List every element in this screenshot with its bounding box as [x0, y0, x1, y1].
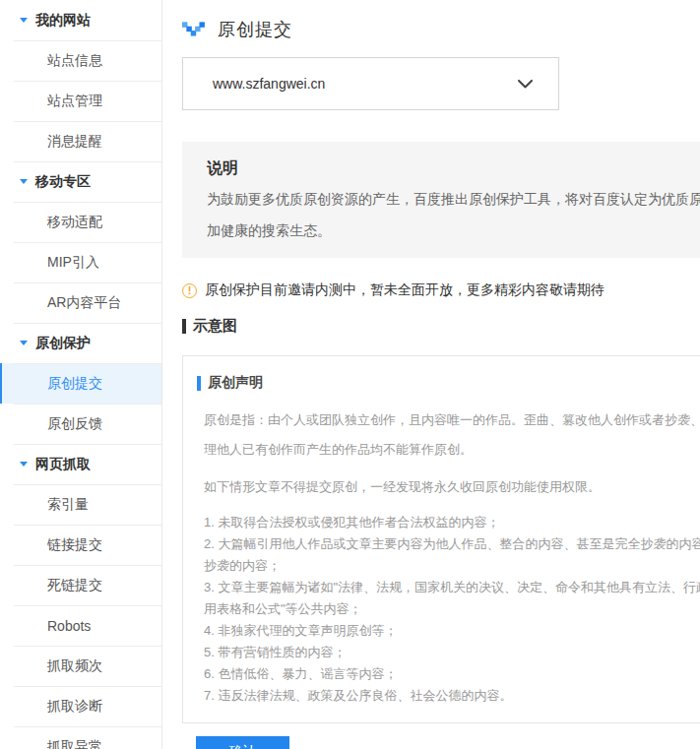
- caret-down-icon: [20, 179, 28, 184]
- sidebar-label: Robots: [47, 618, 91, 634]
- sidebar-item-15[interactable]: Robots: [0, 605, 161, 646]
- caret-down-icon: [20, 341, 28, 345]
- sidebar-section-11[interactable]: 网页抓取: [0, 444, 161, 484]
- sidebar-item-9[interactable]: 原创提交: [0, 363, 161, 404]
- demo-rule-line: 7. 违反法律法规、政策及公序良俗、社会公德的内容。: [204, 685, 700, 707]
- sidebar-item-13[interactable]: 链接提交: [0, 525, 161, 565]
- demo-rule-line: 3. 文章主要篇幅为诸如"法律、法规，国家机关的决议、决定、命令和其他具有立法、…: [204, 577, 700, 598]
- demo-intro-lines: 原创是指：由个人或团队独立创作，且内容唯一的作品。歪曲、篡改他人创作或者抄袭、剽…: [197, 406, 700, 465]
- confirm-button[interactable]: 确认: [196, 736, 289, 749]
- sidebar-label: 原创保护: [35, 335, 91, 352]
- schematic-section-title: 示意图: [193, 317, 237, 336]
- sidebar-item-16[interactable]: 抓取频次: [0, 646, 161, 686]
- chevron-down-icon: [518, 80, 533, 89]
- sidebar-label: 抓取异常: [47, 738, 102, 749]
- caret-down-icon: [20, 462, 28, 467]
- original-declaration-box: 原创声明 原创是指：由个人或团队独立创作，且内容唯一的作品。歪曲、篡改他人创作或…: [182, 355, 700, 723]
- sidebar-label: 索引量: [47, 496, 89, 514]
- sidebar-label: 原创提交: [47, 375, 102, 393]
- sidebar-item-12[interactable]: 索引量: [0, 484, 161, 525]
- sidebar-item-6[interactable]: MIP引入: [0, 242, 161, 282]
- main-content: 原创提交 www.szfangwei.cn 说明 为鼓励更多优质原创资源的产生，…: [182, 0, 700, 749]
- sidebar-label: 链接提交: [47, 536, 102, 554]
- sidebar-item-10[interactable]: 原创反馈: [0, 404, 161, 444]
- sidebar-label: 站点管理: [47, 93, 102, 110]
- sidebar: 我的网站站点信息站点管理消息提醒移动专区移动适配MIP引入AR内容平台原创保护原…: [0, 0, 162, 749]
- warning-exclamation-icon: !: [182, 283, 197, 298]
- section-marker-bar: [182, 319, 186, 334]
- declaration-marker-bar: [197, 376, 201, 391]
- sidebar-item-14[interactable]: 死链提交: [0, 565, 161, 605]
- sidebar-item-5[interactable]: 移动适配: [0, 202, 161, 242]
- declaration-title: 原创声明: [208, 374, 263, 392]
- demo-rule-line: 用表格和公式"等公共内容；: [204, 598, 700, 620]
- site-selector-value: www.szfangwei.cn: [213, 76, 325, 92]
- explanation-box: 说明 为鼓励更多优质原创资源的产生，百度推出原创保护工具，将对百度认定为优质原创…: [182, 142, 700, 258]
- explanation-line: 为鼓励更多优质原创资源的产生，百度推出原创保护工具，将对百度认定为优质原创的资: [207, 183, 700, 215]
- site-selector-dropdown[interactable]: www.szfangwei.cn: [182, 57, 559, 110]
- baidu-v-logo-icon: [182, 22, 206, 37]
- sidebar-item-1[interactable]: 站点信息: [0, 40, 161, 81]
- sidebar-nav: 我的网站站点信息站点管理消息提醒移动专区移动适配MIP引入AR内容平台原创保护原…: [0, 0, 161, 749]
- invite-notice: ! 原创保护目前邀请内测中，暂未全面开放，更多精彩内容敬请期待: [182, 281, 700, 299]
- sidebar-label: AR内容平台: [47, 294, 121, 312]
- sidebar-label: 移动专区: [35, 173, 91, 191]
- page-title: 原创提交: [218, 18, 292, 41]
- declaration-header: 原创声明: [197, 374, 700, 392]
- demo-rule-line: 2. 大篇幅引用他人作品或文章主要内容为他人作品、整合的内容、甚至是完全抄袭的内…: [204, 533, 700, 555]
- schematic-section-header: 示意图: [182, 317, 700, 336]
- sidebar-label: 移动适配: [47, 214, 102, 231]
- demo-rule-line: 1. 未取得合法授权或侵犯其他作者合法权益的内容；: [204, 512, 700, 533]
- sidebar-label: 抓取频次: [47, 657, 102, 675]
- demo-rule-line: 4. 非独家代理的文章声明原创等；: [204, 620, 700, 642]
- caret-down-icon: [20, 18, 28, 23]
- sidebar-item-2[interactable]: 站点管理: [0, 81, 161, 121]
- sidebar-item-17[interactable]: 抓取诊断: [0, 686, 161, 726]
- sidebar-item-3[interactable]: 消息提醒: [0, 121, 161, 161]
- sidebar-label: 我的网站: [35, 12, 91, 30]
- demo-rule-line: 抄袭的内容；: [204, 555, 700, 577]
- sidebar-label: 原创反馈: [47, 415, 102, 433]
- sidebar-label: 站点信息: [47, 52, 102, 70]
- sidebar-label: 抓取诊断: [47, 698, 102, 716]
- demo-intro-line: 原创是指：由个人或团队独立创作，且内容唯一的作品。歪曲、篡改他人创作或者抄袭、剽…: [204, 406, 700, 435]
- explanation-title: 说明: [207, 157, 700, 179]
- demo-intro-line: 理他人已有创作而产生的作品均不能算作原创。: [204, 435, 700, 465]
- sidebar-label: 网页抓取: [35, 456, 91, 473]
- sidebar-item-18[interactable]: 抓取异常: [0, 726, 161, 749]
- sidebar-section-8[interactable]: 原创保护: [0, 323, 161, 363]
- demo-rule-line: 5. 带有营销性质的内容；: [204, 642, 700, 663]
- sidebar-label: MIP引入: [47, 254, 99, 272]
- demo-rule-lines: 1. 未取得合法授权或侵犯其他作者合法权益的内容；2. 大篇幅引用他人作品或文章…: [197, 512, 700, 707]
- notice-lines: 为鼓励更多优质原创资源的产生，百度推出原创保护工具，将对百度认定为优质原创的资加…: [207, 183, 700, 246]
- demo-rule-line: 6. 色情低俗、暴力、谣言等内容；: [204, 663, 700, 685]
- invite-notice-text: 原创保护目前邀请内测中，暂未全面开放，更多精彩内容敬请期待: [205, 281, 605, 299]
- sidebar-section-4[interactable]: 移动专区: [0, 161, 161, 202]
- demo-warning-line: 如下情形文章不得提交原创，一经发现将永久收回原创功能使用权限。: [204, 472, 700, 502]
- explanation-line: 加健康的搜索生态。: [207, 215, 700, 246]
- sidebar-section-0[interactable]: 我的网站: [0, 0, 161, 40]
- page-header: 原创提交: [182, 18, 700, 41]
- sidebar-label: 消息提醒: [47, 133, 102, 151]
- sidebar-item-7[interactable]: AR内容平台: [0, 282, 161, 323]
- sidebar-label: 死链提交: [47, 577, 102, 594]
